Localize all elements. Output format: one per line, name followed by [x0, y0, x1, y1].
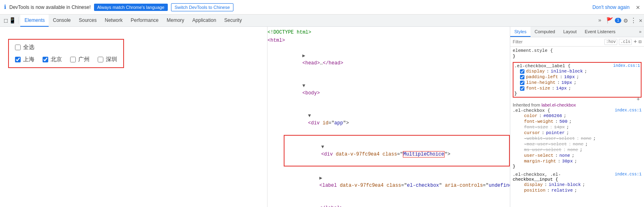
subtab-styles[interactable]: Styles	[510, 27, 531, 37]
label-shenzhen: 深圳	[106, 56, 117, 63]
tab-console[interactable]: Console	[49, 15, 75, 27]
html-line[interactable]: ▶ <label data-v-97fc9ea4 class="el-check…	[267, 167, 510, 197]
hover-filter-button[interactable]: :hov	[604, 39, 617, 45]
webpage-panel: 全选 上海 北京 广州 深圳	[0, 27, 267, 207]
prop-checkbox[interactable]	[520, 81, 524, 85]
expand-icon[interactable]: ▼	[302, 83, 305, 89]
tab-elements[interactable]: Elements	[20, 15, 49, 27]
notification-bar: ℹ DevTools is now available in Chinese! …	[0, 0, 644, 15]
devtools-tab-bar: ⬚ 📱 Elements Console Sources Network Per…	[0, 15, 644, 27]
subtab-layout[interactable]: Layout	[559, 27, 581, 37]
style-property-line: -moz user-select : none;	[513, 141, 642, 147]
tab-performance[interactable]: Performance	[127, 15, 163, 27]
style-property-line: -webkit-user-select : none;	[513, 136, 642, 141]
settings-icon[interactable]: ⚙	[624, 17, 628, 25]
style-property-line: ms user-select : none;	[513, 147, 642, 153]
label-guangzhou: 广州	[78, 56, 90, 63]
html-tag: <html>	[267, 37, 285, 44]
cursor-icon[interactable]: ⬚	[4, 17, 7, 24]
info-icon: ℹ	[4, 4, 6, 11]
list-item: 上海	[15, 56, 34, 63]
tab-application[interactable]: Application	[188, 15, 220, 27]
subtab-computed[interactable]: Computed	[531, 27, 559, 37]
checkbox-group: 上海 北京 广州 深圳	[15, 56, 117, 63]
elements-content: <!DOCTYPE html> <html> ▶ <head>…</head> …	[267, 27, 510, 207]
filter-bar: :hov .cls + ⊡	[510, 37, 644, 47]
html-line[interactable]: <html>	[267, 36, 510, 45]
badge-count: 1	[615, 18, 621, 23]
list-item: 深圳	[98, 56, 117, 63]
list-item: 北京	[43, 56, 62, 63]
checkbox-guangzhou[interactable]	[70, 57, 76, 62]
match-language-button[interactable]: Always match Chrome's language	[94, 4, 168, 11]
styles-content: element.style { } .el-checkbox__label { …	[510, 47, 644, 207]
style-property-line: line-height : 19px;	[514, 80, 640, 85]
undock-icon[interactable]: ✕	[639, 17, 642, 24]
html-line[interactable]: <!DOCTYPE html>	[267, 28, 510, 36]
add-style-button[interactable]: +	[633, 38, 637, 45]
tab-network[interactable]: Network	[101, 15, 127, 27]
doctype: <!DOCTYPE html>	[267, 29, 311, 36]
style-property-line: cursor : pointer;	[513, 130, 642, 136]
more-tabs-button[interactable]: »	[596, 17, 604, 23]
prop-checkbox[interactable]	[520, 75, 524, 79]
tab-sources[interactable]: Sources	[75, 15, 101, 27]
style-property-line: font-weight : 500;	[513, 119, 642, 124]
notifications-badge[interactable]: 🚩 1	[606, 17, 621, 24]
style-property-line: font-size : 14px;	[513, 124, 642, 130]
html-line[interactable]: </label>	[267, 197, 510, 207]
style-property-line: padding-left : 10px;	[514, 74, 640, 80]
html-line[interactable]: ▼ <div id="app">	[267, 105, 510, 134]
label-beijing: 北京	[51, 56, 62, 63]
label-shanghai: 上海	[23, 56, 34, 63]
switch-language-button[interactable]: Switch DevTools to Chinese	[171, 3, 233, 11]
style-property-line: font-size : 14px;	[514, 85, 640, 91]
expand-icon[interactable]: ▼	[321, 144, 324, 150]
rule-close: }	[513, 54, 642, 59]
inherited-from-label: Inherited from label.el-checkbox	[513, 101, 642, 108]
checkbox-shanghai[interactable]	[15, 57, 21, 62]
select-all-row: 全选	[15, 44, 117, 51]
rule-close: }	[514, 91, 640, 96]
prop-checkbox[interactable]	[520, 69, 524, 74]
inherited-class[interactable]: label.el-checkbox	[541, 102, 576, 107]
checkbox-label-rule: .el-checkbox__label { index.css:1 displa…	[513, 62, 642, 98]
add-rule-button[interactable]: +	[637, 96, 640, 102]
class-filter-button[interactable]: .cls	[619, 39, 632, 45]
expand-styles-button[interactable]: ⊡	[639, 39, 642, 45]
styles-more-button[interactable]: »	[636, 27, 644, 37]
styles-panel: Styles Computed Layout Event Listeners »…	[510, 27, 644, 207]
phone-icon[interactable]: 📱	[9, 17, 16, 24]
html-line[interactable]: ▶ <head>…</head>	[267, 45, 510, 75]
notification-close-button[interactable]: ✕	[636, 3, 640, 11]
select-all-checkbox[interactable]	[15, 45, 21, 50]
main-content: 全选 上海 北京 广州 深圳	[0, 27, 644, 207]
html-line[interactable]: ▼ <body>	[267, 75, 510, 105]
style-property-line: margin-right : 30px;	[513, 158, 642, 164]
dont-show-link[interactable]: Don't show again	[593, 4, 630, 10]
checkbox-component: 全选 上海 北京 广州 深圳	[8, 39, 124, 68]
tab-memory[interactable]: Memory	[163, 15, 188, 27]
list-item: 广州	[70, 56, 90, 63]
style-property-line: display : inline-block;	[513, 182, 642, 188]
el-checkbox-rule: .el-checkbox { index.css:1 color : #6062…	[513, 108, 642, 169]
rule-header: .el-checkbox, .el- index.css:1	[513, 172, 642, 177]
prop-checkbox[interactable]	[520, 86, 524, 91]
subtab-event-listeners[interactable]: Event Listeners	[581, 27, 620, 37]
style-property-line: color : #606266;	[513, 113, 642, 119]
expand-icon[interactable]: ▼	[308, 113, 311, 119]
checkbox-beijing[interactable]	[43, 57, 48, 62]
notification-text: DevTools is now available in Chinese!	[9, 4, 91, 10]
expand-icon[interactable]: ▶	[302, 53, 305, 59]
el-checkbox-input-rule: .el-checkbox, .el- index.css:1 checkbox_…	[513, 172, 642, 193]
tab-security[interactable]: Security	[220, 15, 246, 27]
select-all-label: 全选	[23, 44, 34, 51]
html-line[interactable]: ▼ <div data-v-97fc9ea4 class="MultipleCh…	[285, 136, 509, 166]
expand-icon[interactable]: ▶	[319, 175, 322, 181]
more-options-icon[interactable]: ⋮	[630, 17, 637, 25]
style-property-line: display : inline-block;	[514, 68, 640, 74]
element-style-rule: element.style { }	[513, 48, 642, 59]
rule-selector: element.style {	[513, 48, 642, 53]
checkbox-shenzhen[interactable]	[98, 57, 103, 62]
filter-input[interactable]	[513, 39, 603, 44]
